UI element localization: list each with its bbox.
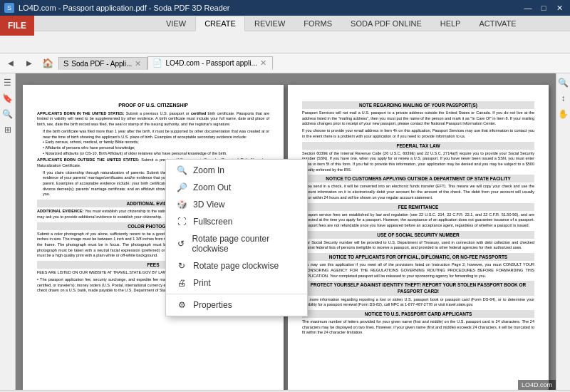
nav-home-button[interactable]: 🏠 xyxy=(40,56,56,71)
menu-print[interactable]: 🖨 Print xyxy=(166,274,307,292)
tab-passport[interactable]: 📄 LO4D.com - Passport appli... ✕ xyxy=(147,56,272,70)
file-button[interactable]: FILE xyxy=(0,16,34,36)
tab-activate[interactable]: ACTIVATE xyxy=(470,16,525,31)
tab-icon-passport: 📄 xyxy=(152,58,162,68)
left-sidebar: ☰ 🔖 🔍 ⊞ xyxy=(0,73,16,390)
tab-review[interactable]: REVIEW xyxy=(245,16,294,31)
menu-3d-view[interactable]: 🎲 3D View xyxy=(166,196,307,213)
print-icon: 🖨 xyxy=(176,278,187,288)
tab-label-soda: Soda PDF - Appli... xyxy=(71,60,132,68)
zoom-out-icon: 🔎 xyxy=(176,182,187,192)
tab-help[interactable]: HELP xyxy=(431,16,470,31)
rotate-cw-icon: ↻ xyxy=(176,261,187,271)
title-bar: S LO4D.com - Passport application.pdf - … xyxy=(0,0,570,16)
tab-icon-soda: S xyxy=(63,59,68,68)
tab-create[interactable]: CREATE xyxy=(195,16,245,31)
menu-zoom-out[interactable]: 🔎 Zoom Out xyxy=(166,179,307,196)
properties-icon: ⚙ xyxy=(176,300,187,310)
rotate-ccw-icon: ↺ xyxy=(176,239,186,249)
pdf-section-heading-citizenship: PROOF OF U.S. CITIZENSHIP xyxy=(37,102,269,109)
fullscreen-icon: ⛶ xyxy=(176,217,187,227)
tab-soda-pdf[interactable]: S Soda PDF - Appli... ✕ xyxy=(58,57,147,70)
window-title: LO4D.com - Passport application.pdf - So… xyxy=(19,4,230,12)
menu-fullscreen[interactable]: ⛶ Fullscreen xyxy=(166,213,307,230)
right-sidebar-icon-select[interactable]: ↕ xyxy=(557,92,570,105)
sidebar-icon-layers[interactable]: ⊞ xyxy=(1,123,14,136)
pdf-page-right: NOTE REGARDING MAILING OF YOUR PASSPORT(… xyxy=(288,85,549,390)
sidebar-icon-search[interactable]: 🔍 xyxy=(1,108,14,120)
menu-properties[interactable]: ⚙ Properties xyxy=(166,296,307,314)
menu-rotate-ccw[interactable]: ↺ Rotate page counter clockwise xyxy=(166,230,307,257)
menu-zoom-in[interactable]: 🔍 Zoom In xyxy=(166,162,307,179)
main-container: ☰ 🔖 🔍 ⊞ PROOF OF U.S. CITIZENSHIP APPLIC… xyxy=(0,73,570,390)
tab-close-soda[interactable]: ✕ xyxy=(135,59,141,68)
right-sidebar: 🔍 ↕ ✋ xyxy=(556,73,570,390)
nav-bar: ◄ ► 🏠 S Soda PDF - Appli... ✕ 📄 LO4D.com… xyxy=(0,53,570,73)
watermark: LO4D.com xyxy=(518,380,556,390)
tab-label-passport: LO4D.com - Passport appli... xyxy=(165,59,256,67)
app-icon: S xyxy=(4,3,14,13)
right-sidebar-icon-pan[interactable]: ✋ xyxy=(557,108,570,120)
menu-rotate-cw[interactable]: ↻ Rotate page clockwise xyxy=(166,257,307,274)
pdf-viewer: PROOF OF U.S. CITIZENSHIP APPLICANTS BOR… xyxy=(16,73,556,390)
tab-forms[interactable]: FORMS xyxy=(294,16,341,31)
minimize-button[interactable]: — xyxy=(522,3,534,13)
nav-forward-button[interactable]: ► xyxy=(21,56,37,71)
zoom-in-icon: 🔍 xyxy=(176,165,187,175)
3d-view-icon: 🎲 xyxy=(176,200,187,210)
tab-view[interactable]: VIEW xyxy=(157,16,195,31)
sidebar-icon-thumbnails[interactable]: ☰ xyxy=(1,76,14,89)
menu-separator xyxy=(166,294,307,294)
context-menu: 🔍 Zoom In 🔎 Zoom Out 🎲 3D View ⛶ Fullscr… xyxy=(165,159,308,316)
ribbon-content xyxy=(0,31,570,53)
close-button[interactable]: ✕ xyxy=(553,3,566,13)
right-sidebar-icon-zoom[interactable]: 🔍 xyxy=(557,76,570,89)
ribbon-tabs: VIEW CREATE REVIEW FORMS SODA PDF ONLINE… xyxy=(0,16,570,31)
maximize-button[interactable]: □ xyxy=(537,3,550,13)
tab-soda-online[interactable]: SODA PDF ONLINE xyxy=(341,16,431,31)
tab-close-passport[interactable]: ✕ xyxy=(260,58,266,68)
browser-tabs: S Soda PDF - Appli... ✕ 📄 LO4D.com - Pas… xyxy=(58,56,567,70)
nav-back-button[interactable]: ◄ xyxy=(3,56,19,71)
sidebar-icon-bookmarks[interactable]: 🔖 xyxy=(1,92,14,105)
